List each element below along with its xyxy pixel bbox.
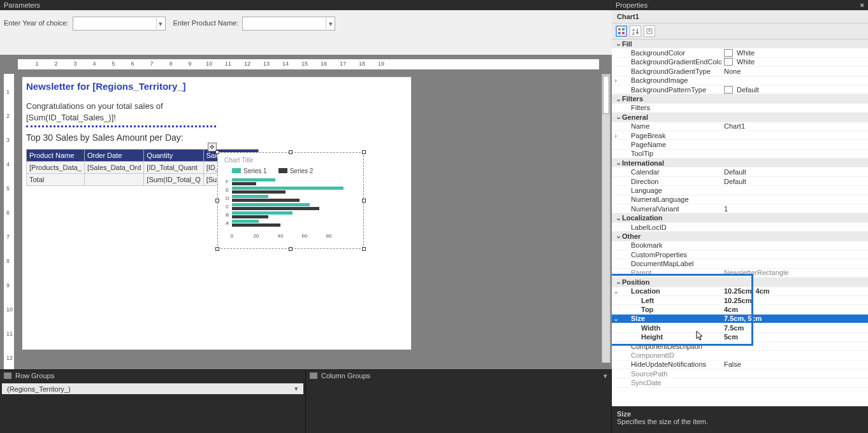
prop-filters[interactable]: Filters	[612, 104, 868, 113]
selection-handle[interactable]	[289, 150, 293, 154]
properties-toolbar: AZ	[612, 23, 868, 39]
selection-handle[interactable]	[215, 199, 219, 202]
prop-width[interactable]: Width7.5cm	[612, 323, 868, 332]
prop-size[interactable]: ⌄Size7.5cm, 5cm	[612, 315, 868, 323]
prop-tooltip[interactable]: ToolTip	[612, 150, 868, 159]
cat-general[interactable]: ⌄General	[612, 113, 868, 122]
param-year-combo[interactable]: ▾	[73, 17, 166, 31]
selection-handle[interactable]	[362, 150, 366, 154]
congrats-line2: [Sum(ID_Total_Sales_)]!	[26, 113, 116, 122]
cat-localization[interactable]: ⌄Localization	[612, 213, 868, 222]
prop-top[interactable]: Top4cm	[612, 305, 868, 314]
properties-grid[interactable]: ⌄Fill BackgroundColorWhite BackgroundGra…	[612, 39, 868, 406]
prop-labellocid[interactable]: LabelLocID	[612, 223, 868, 232]
row-groups-title: Row Groups	[15, 372, 54, 380]
properties-subject[interactable]: Chart1	[612, 10, 868, 23]
prop-sourcepath[interactable]: SourcePath	[612, 369, 868, 378]
cat-filters[interactable]: ⌄Filters	[612, 94, 868, 103]
report-title[interactable]: Newsletter for [Regions_Territory_]	[26, 81, 407, 92]
selection-handle[interactable]	[215, 247, 219, 251]
column-groups-title: Column Groups	[321, 372, 370, 380]
prop-location[interactable]: ⌄Location10.25cm, 4cm	[612, 287, 868, 296]
cell-r1c3[interactable]: [ID_Total_Quant	[144, 162, 203, 174]
row-group-dropdown[interactable]: ▾	[294, 385, 298, 393]
prop-backgroundgradientendcolor[interactable]: BackgroundGradientEndColorWhite	[612, 58, 868, 67]
congrats-text[interactable]: Congratulations on your total sales of […	[26, 101, 407, 123]
props-categorized-button[interactable]	[616, 25, 627, 37]
cell-r1c2[interactable]: [Sales_Data_Ord	[84, 162, 143, 174]
cat-fill[interactable]: ⌄Fill	[612, 39, 868, 48]
ruler-horizontal: 12345678910111213141516171819	[18, 59, 599, 69]
prop-numerallanguage[interactable]: NumeralLanguage	[612, 195, 868, 204]
param-product-combo[interactable]: ▾	[242, 17, 335, 31]
selection-handle[interactable]	[215, 150, 219, 154]
ruler-vertical: 12345678910111213	[4, 74, 14, 369]
prop-language[interactable]: Language	[612, 186, 868, 195]
svg-text:Z: Z	[632, 32, 635, 35]
prop-pagebreak[interactable]: ›PageBreak	[612, 131, 868, 140]
subtitle-text[interactable]: Top 30 Sales by Sales Amount per Day:	[26, 132, 407, 143]
color-swatch	[724, 49, 733, 57]
legend-swatch-2	[278, 168, 287, 173]
selection-handle[interactable]	[289, 247, 293, 251]
th-orderdate[interactable]: Order Date	[84, 150, 143, 162]
chart-object[interactable]: ✥ Chart Title Series 1 Series 2 FEDCBA 0…	[217, 152, 364, 249]
cell-r2c3[interactable]: [Sum(ID_Total_Q	[144, 174, 203, 186]
congrats-line1: Congratulations on your total sales of	[26, 101, 163, 111]
prop-syncdate[interactable]: SyncDate	[612, 378, 868, 387]
prop-customproperties[interactable]: CustomProperties	[612, 250, 868, 259]
scrollbar-thumb[interactable]	[603, 76, 609, 114]
chart-x-axis: 020406080	[232, 233, 358, 242]
th-quantity[interactable]: Quantity	[144, 150, 203, 162]
prop-bookmark[interactable]: Bookmark	[612, 241, 868, 250]
prop-left[interactable]: Left10.25cm	[612, 296, 868, 305]
prop-backgroundpatterntype[interactable]: BackgroundPatternTypeDefault	[612, 85, 868, 94]
prop-direction[interactable]: DirectionDefault	[612, 177, 868, 186]
prop-componentdescription[interactable]: ComponentDescription	[612, 342, 868, 351]
chart-plot-area[interactable]: FEDCBA	[232, 177, 358, 233]
row-group-item[interactable]: (Regions_Territory_) ▾	[2, 383, 303, 394]
design-surface[interactable]: 12345678910111213141516171819 1234567891…	[0, 55, 612, 369]
prop-componentid[interactable]: ComponentID	[612, 351, 868, 360]
cat-international[interactable]: ⌄International	[612, 159, 868, 167]
prop-name[interactable]: NameChart1	[612, 122, 868, 131]
column-groups-menu[interactable]: ▾	[604, 372, 611, 380]
prop-backgroundcolor[interactable]: BackgroundColorWhite	[612, 48, 868, 57]
cat-other[interactable]: ⌄Other	[612, 232, 868, 241]
cell-r1c1[interactable]: [Products_Data_	[27, 162, 85, 174]
cat-position[interactable]: ⌄Position	[612, 278, 868, 287]
th-product[interactable]: Product Name	[27, 150, 85, 162]
dotted-divider	[26, 125, 216, 127]
param-year-dropdown[interactable]: ▾	[156, 18, 165, 29]
legend-label-1: Series 1	[243, 167, 267, 174]
chart-title-placeholder[interactable]: Chart Title	[218, 153, 363, 164]
selection-handle[interactable]	[362, 199, 366, 202]
report-body[interactable]: Newsletter for [Regions_Territory_] Cong…	[22, 76, 412, 350]
props-pages-button[interactable]	[644, 25, 655, 37]
cell-r2c1[interactable]: Total	[27, 174, 85, 186]
param-year-input[interactable]	[73, 18, 156, 29]
param-product-input[interactable]	[243, 18, 326, 29]
prop-calendar[interactable]: CalendarDefault	[612, 167, 868, 176]
properties-desc-text: Specifies the size of the item.	[617, 418, 863, 425]
prop-backgroundimage[interactable]: ›BackgroundImage	[612, 76, 868, 85]
svg-rect-0	[618, 28, 621, 31]
design-vscrollbar[interactable]	[602, 74, 611, 363]
props-alphabetical-button[interactable]: AZ	[630, 25, 641, 37]
row-groups-icon	[4, 373, 11, 379]
selection-handle[interactable]	[362, 247, 366, 251]
chart-legend[interactable]: Series 1 Series 2	[218, 164, 363, 177]
row-group-item-label: (Regions_Territory_)	[7, 385, 71, 393]
cell-r2c2[interactable]	[84, 174, 143, 186]
prop-documentmaplabel[interactable]: DocumentMapLabel	[612, 259, 868, 268]
param-product-dropdown[interactable]: ▾	[326, 18, 335, 29]
color-swatch	[724, 58, 733, 66]
prop-height[interactable]: Height5cm	[612, 333, 868, 342]
properties-close-button[interactable]: ×	[860, 1, 864, 9]
prop-numeralvariant[interactable]: NumeralVariant1	[612, 204, 868, 213]
prop-backgroundgradienttype[interactable]: BackgroundGradientTypeNone	[612, 67, 868, 76]
prop-pagename[interactable]: PageName	[612, 140, 868, 149]
properties-title-text: Properties	[616, 1, 647, 9]
prop-hideupdatenotifications[interactable]: HideUpdateNotificationsFalse	[612, 360, 868, 369]
prop-parent[interactable]: ParentNewsletterRectangle	[612, 269, 868, 278]
